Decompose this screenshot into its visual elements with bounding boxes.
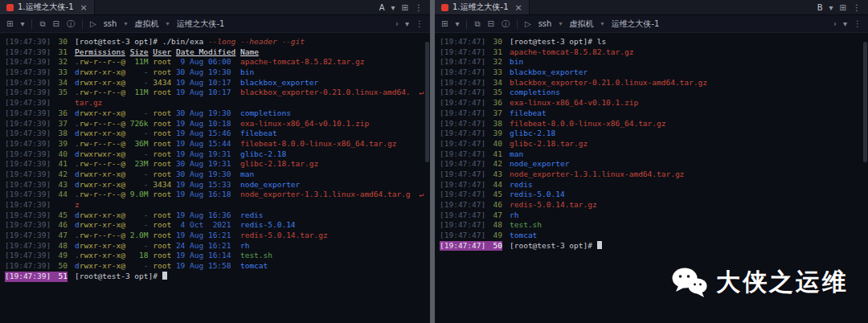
scrollbar-thumb[interactable] (863, 42, 867, 162)
line-timestamp: [19:47:47] (440, 180, 486, 190)
pane-letter: B (817, 3, 823, 12)
line-timestamp: [19:47:47] (440, 88, 486, 98)
line-timestamp: [19:47:47] (440, 200, 486, 211)
line-number: 36 (51, 108, 68, 119)
chevron-down-icon[interactable]: ▾ (20, 20, 24, 28)
chevron-down-icon[interactable]: ▾ (166, 20, 169, 27)
kebab-menu-icon[interactable]: ⋮ (416, 19, 424, 28)
line-number: 41 (51, 159, 68, 170)
session-icon[interactable]: ⊞ (6, 20, 13, 28)
terminal-line: [19:47:39]37.rw-r--r--@ 726k root 19 Aug… (5, 119, 430, 129)
layout-grid-icon[interactable]: ⊞ (840, 3, 846, 12)
line-number: 39 (486, 129, 502, 139)
pane-letter: A (379, 3, 385, 12)
line-wrap-icon: ↵ (419, 190, 424, 200)
tab-title: 1.运维之大侠-1 (18, 2, 74, 13)
expand-icon[interactable]: › (833, 19, 837, 28)
layout-grid-icon[interactable]: ⊞ (402, 3, 408, 12)
line-number: 45 (486, 190, 502, 200)
terminal-line: [19:47:47]49tomcat (440, 231, 868, 241)
tab-bar-right: 1.运维之大侠-1 × B ▾ ⊞ ⋮ (435, 0, 868, 15)
terminal-line: [19:47:47]48test.sh (440, 220, 868, 231)
line-number: 41 (486, 149, 502, 160)
line-text: drwxr-xr-x@ - root 24 Aug 16:21 rh (75, 241, 249, 251)
terminal-cursor (597, 241, 602, 249)
tab-title: 1.运维之大侠-1 (452, 2, 509, 13)
line-timestamp: [19:47:47] (440, 67, 486, 78)
line-number: 31 (51, 47, 68, 58)
line-text: filebeat-8.0.0-linux-x86_64.tar.gz (510, 119, 665, 129)
line-timestamp: [19:47:39] (5, 272, 51, 282)
session-tab-icon (441, 4, 448, 11)
line-text: completions (510, 88, 560, 98)
line-timestamp: [19:47:39] (5, 129, 51, 139)
breadcrumb-protocol[interactable]: ssh (104, 19, 117, 28)
chevron-down-icon[interactable]: ▾ (405, 19, 409, 28)
duplicate-pane-icon[interactable]: ⧉ (39, 20, 45, 28)
terminal-output-left[interactable]: [19:47:39]30[root@test-3 opt]# ./bin/exa… (0, 33, 430, 323)
line-number: 33 (486, 67, 502, 78)
tab-bar-left: 1.运维之大侠-1 × A ▾ ⊞ ⋮ (0, 0, 430, 15)
toolbar-separator (466, 19, 467, 29)
breadcrumb-group[interactable]: 虚拟机 (134, 18, 158, 30)
info-icon[interactable]: ⓘ (67, 20, 75, 28)
terminal-line: [19:47:47]50[root@test-3 opt]# (440, 241, 868, 251)
line-text: .rw-r--r--@ 11M root 19 Aug 10:17 blackb… (75, 88, 411, 98)
terminal-line: [19:47:39]tar.gz (5, 98, 430, 108)
line-timestamp: [19:47:47] (440, 220, 486, 231)
terminal-line: [19:47:39]36drwxr-xr-x@ - root 30 Aug 19… (5, 108, 430, 119)
line-text: redis-5.0.14 (510, 190, 565, 200)
line-text: [root@test-3 opt]# (510, 241, 602, 251)
line-text: [root@test-3 opt]# ls (510, 37, 606, 47)
line-text: drwxr-xr-x@ - 3434 19 Aug 10:17 blackbox… (75, 78, 318, 88)
terminal-line: [19:47:47]45redis-5.0.14 (440, 190, 868, 200)
info-icon[interactable]: ⓘ (502, 20, 510, 28)
line-timestamp: [19:47:39] (5, 67, 51, 78)
layout-icon[interactable]: ⊟ (53, 20, 59, 28)
chevron-down-icon[interactable]: ▾ (843, 19, 847, 28)
pane-controls: B ▾ ⊞ ⋮ (810, 0, 868, 14)
line-timestamp: [19:47:47] (440, 98, 486, 108)
breadcrumb-session[interactable]: 运维之大侠-1 (176, 18, 224, 30)
chevron-down-icon[interactable]: ▾ (829, 3, 833, 12)
session-tab[interactable]: 1.运维之大侠-1 × (0, 0, 95, 14)
line-text: glibc-2.18 (510, 129, 555, 139)
kebab-menu-icon[interactable]: ⋮ (854, 19, 862, 28)
line-timestamp: [19:47:47] (440, 149, 486, 160)
terminal-line: [19:47:47]40glibc-2.18.tar.gz (440, 139, 868, 149)
duplicate-pane-icon[interactable]: ⧉ (474, 20, 480, 28)
scrollbar[interactable] (863, 37, 867, 320)
terminal-line: [19:47:47]34blackbox_exporter-0.21.0.lin… (440, 78, 868, 88)
terminal-line: [19:47:39]47.rw-r--r--@ 2.0M root 19 Aug… (5, 231, 430, 241)
kebab-menu-icon[interactable]: ⋮ (853, 3, 861, 12)
terminal-line: [19:47:47]42node_exporter (440, 159, 868, 170)
breadcrumb-protocol[interactable]: ssh (538, 19, 552, 28)
scrollbar-thumb[interactable] (425, 42, 429, 162)
line-text: [root@test-3 opt]# (75, 272, 167, 282)
terminal-line: [19:47:39]35.rw-r--r--@ 11M root 19 Aug … (5, 88, 430, 98)
expand-icon[interactable]: › (395, 19, 399, 28)
breadcrumb-session[interactable]: 运维之大侠-1 (611, 18, 659, 30)
line-text: blackbox_exporter-0.21.0.linux-amd64.tar… (510, 78, 707, 88)
breadcrumb-group[interactable]: 虚拟机 (569, 18, 593, 30)
layout-icon[interactable]: ⊟ (488, 20, 494, 28)
terminal-line: [19:47:39]34drwxr-xr-x@ - 3434 19 Aug 10… (5, 78, 430, 88)
scrollbar[interactable] (425, 37, 429, 320)
chevron-down-icon[interactable]: ▾ (391, 3, 395, 12)
watermark-text: 大侠之运维 (716, 266, 849, 299)
line-text: redis-5.0.14.tar.gz (510, 200, 597, 211)
tab-close-icon[interactable]: × (515, 3, 522, 12)
session-tab[interactable]: 1.运维之大侠-1 × (435, 0, 530, 14)
chevron-down-icon[interactable]: ▾ (455, 20, 459, 28)
line-number: 50 (51, 261, 68, 272)
session-icon[interactable]: ⊞ (441, 20, 448, 28)
toolbar-right-icons: › ▾ ⋮ (833, 19, 862, 28)
line-timestamp: [19:47:39] (5, 37, 51, 47)
chevron-down-icon[interactable]: ▾ (124, 20, 127, 27)
terminal-line: [19:47:39]33drwxr-xr-x@ - root 30 Aug 19… (5, 67, 430, 78)
chevron-down-icon[interactable]: ▾ (600, 20, 604, 27)
tab-close-icon[interactable]: × (80, 3, 88, 12)
chevron-down-icon[interactable]: ▾ (559, 20, 562, 27)
kebab-menu-icon[interactable]: ⋮ (415, 3, 423, 12)
terminal-line: [19:47:47]44redis (440, 180, 868, 190)
